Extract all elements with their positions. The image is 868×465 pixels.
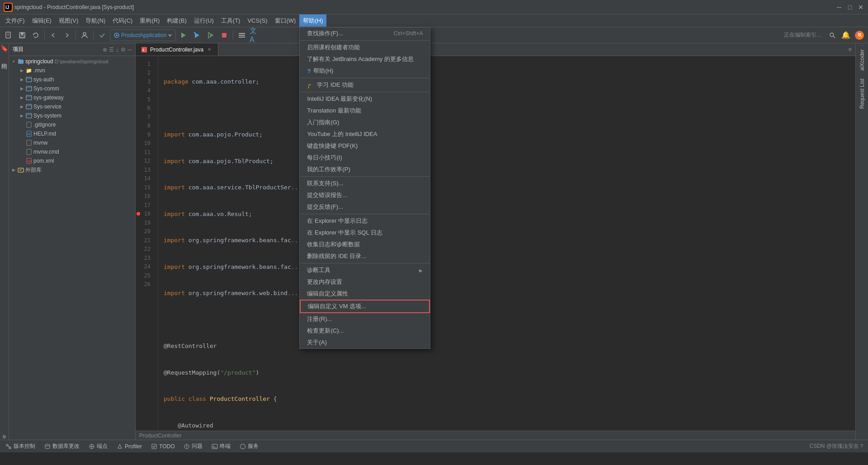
run-button[interactable] [178, 29, 189, 41]
problems-status[interactable]: 问题 [182, 442, 204, 450]
locate-icon[interactable]: ⊕ [103, 47, 107, 53]
search-everywhere-button[interactable] [826, 29, 838, 41]
request-list-panel[interactable]: Request List [859, 75, 865, 113]
menu-submit-feedback[interactable]: 提交反馈(F)... [300, 201, 430, 213]
menu-build[interactable]: 构建(B) [163, 14, 190, 27]
menu-navigate[interactable]: 导航(N) [82, 14, 109, 27]
translate-button[interactable]: 文A [250, 29, 261, 41]
menu-translation-new[interactable]: Translation 最新功能 [300, 105, 430, 117]
stop-button[interactable] [218, 29, 230, 41]
tree-root[interactable]: ▾ springcloud D:\javalianxi\springcloud [9, 57, 135, 66]
menu-vcs[interactable]: VCS(S) [244, 14, 271, 27]
project-panel-header: 项目 ⊕ ☰ ⟂ ⚙ ─ [9, 43, 135, 56]
debug-button[interactable] [191, 29, 203, 41]
menu-youtube[interactable]: YouTube 上的 IntelliJ IDEA [300, 128, 430, 140]
tree-item-sys-comm[interactable]: ▶ Sys-comm [9, 84, 135, 93]
aixcoder-panel[interactable]: aiXcoder [859, 45, 865, 74]
run-with-coverage-button[interactable] [205, 29, 217, 41]
endpoints-status[interactable]: 端点 [87, 442, 109, 450]
menu-about[interactable]: 关于(A) [300, 337, 430, 348]
menu-help[interactable]: 帮助(H) 查找操作(F)... Ctrl+Shift+A 启用课程创建者功能 … [299, 14, 326, 27]
menu-productivity[interactable]: 我的工作效率(P) [300, 164, 430, 175]
menu-getting-started[interactable]: 入门指南(G) [300, 117, 430, 128]
tree-item-sys-gateway[interactable]: ▶ sys-gateway [9, 93, 135, 102]
new-file-button[interactable] [3, 29, 14, 41]
minimize-button[interactable]: ─ [835, 4, 843, 11]
git-checkmark-button[interactable] [96, 29, 108, 41]
menu-submit-bug[interactable]: 提交错误报告... [300, 189, 430, 201]
menu-code[interactable]: 代码(C) [109, 14, 136, 27]
tab-more-button[interactable]: ≡ [844, 43, 855, 56]
tree-item-mvn[interactable]: ▶ 📁 .mvn [9, 66, 135, 75]
code-content[interactable]: package com.aaa.controller; import com.a… [158, 56, 855, 431]
menu-keymap-pdf[interactable]: 键盘快捷键 PDF(K) [300, 140, 430, 152]
menu-collect-logs[interactable]: 收集日志和诊断数据 [300, 239, 430, 250]
menu-edit-custom-vm[interactable]: 编辑自定义 VM 选项... [300, 300, 430, 313]
svg-rect-6 [21, 33, 24, 35]
forward-button[interactable] [61, 29, 73, 41]
menu-tools[interactable]: 工具(T) [217, 14, 244, 27]
services-status[interactable]: 服务 [238, 442, 260, 450]
version-control-label: 版本控制 [14, 442, 35, 450]
menu-file[interactable]: 文件(F) [2, 14, 28, 27]
sync-button[interactable] [30, 29, 42, 41]
menu-help-item[interactable]: ? 帮助(H) [300, 65, 430, 77]
menu-edit-custom-properties[interactable]: 编辑自定义属性 [300, 288, 430, 300]
menu-run[interactable]: 运行(U) [190, 14, 217, 27]
save-button[interactable] [16, 29, 28, 41]
tree-item-mvnw-cmd[interactable]: mvnw.cmd [9, 147, 135, 156]
maximize-button[interactable]: □ [846, 4, 854, 11]
close-panel-icon[interactable]: ─ [127, 47, 132, 53]
menu-learn-ide[interactable]: 🎓 学习 IDE 功能 [300, 79, 430, 91]
tree-item-mvnw[interactable]: mvnw [9, 138, 135, 147]
submenu-arrow: ▶ [419, 268, 423, 273]
tab-product-controller[interactable]: J ProductController.java ✕ [136, 43, 218, 56]
menu-find-action[interactable]: 查找操作(F)... Ctrl+Shift+A [300, 28, 430, 39]
scope-icon[interactable]: ☰ [109, 47, 114, 53]
menu-tip-of-day[interactable]: 每日小技巧(I) [300, 152, 430, 164]
structure-icon[interactable]: 结构 [1, 55, 8, 61]
tree-item-sys-system[interactable]: ▶ Sys-system [9, 111, 135, 120]
menu-register[interactable]: 注册(R)... [300, 313, 430, 325]
version-control-status[interactable]: 版本控制 [4, 442, 37, 450]
menu-delete-leftover-dirs[interactable]: 删除残留的 IDE 目录... [300, 250, 430, 262]
menu-show-log[interactable]: 在 Explorer 中显示日志 [300, 215, 430, 227]
bookmark-icon[interactable]: 🔖 [1, 45, 8, 52]
db-migration-status[interactable]: 数据库更改 [42, 442, 81, 450]
menu-change-memory[interactable]: 更改内存设置 [300, 276, 430, 288]
menu-enable-course-creator[interactable]: 启用课程创建者功能 [300, 42, 430, 53]
toolbar: ProductApplication 文A 正在编制索引... 🔔 玫 [0, 27, 868, 43]
menu-whats-new[interactable]: IntelliJ IDEA 最新变化(N) [300, 93, 430, 105]
settings-panel-icon[interactable]: ⚙ [121, 47, 126, 53]
collapse-all-icon[interactable]: ⟂ [116, 47, 119, 53]
tree-item-gitignore[interactable]: .gitignore [9, 120, 135, 129]
notifications-button[interactable]: 🔔 [840, 29, 852, 41]
menu-view[interactable]: 视图(V) [55, 14, 82, 27]
menu-window[interactable]: 窗口(W) [271, 14, 300, 27]
avatar-button[interactable]: 玫 [854, 29, 865, 41]
tree-item-external-libs[interactable]: ▶ 外部库 [9, 165, 135, 174]
run-config-manager-button[interactable] [236, 29, 248, 41]
user-button[interactable] [79, 29, 90, 41]
profiler-status[interactable]: Profiler [115, 443, 144, 450]
tab-close-button[interactable]: ✕ [206, 47, 212, 53]
tree-arrow-ext-libs: ▶ [10, 166, 17, 174]
menu-diagnostic-tools[interactable]: 诊断工具 ▶ [300, 264, 430, 276]
menu-show-sql-log[interactable]: 在 Explorer 中显示 SQL 日志 [300, 227, 430, 239]
terminal-status[interactable]: 终端 [210, 442, 232, 450]
tree-item-help-md[interactable]: M HELP.md [9, 129, 135, 138]
back-button[interactable] [47, 29, 59, 41]
todo-status[interactable]: TODO [149, 443, 176, 450]
tree-item-sys-service[interactable]: ▶ Sys-service [9, 102, 135, 111]
menu-jetbrains-academy[interactable]: 了解有关 JetBrains Academy 的更多信息 [300, 53, 430, 65]
run-configuration-dropdown[interactable]: ProductApplication [110, 29, 176, 41]
menu-refactor[interactable]: 重构(R) [136, 14, 163, 27]
tree-item-sys-auth[interactable]: ▶ sys-auth [9, 75, 135, 84]
tree-item-pom-xml[interactable]: XML pom.xml [9, 156, 135, 165]
menu-edit[interactable]: 编辑(E) [28, 14, 55, 27]
menu-contact-support[interactable]: 联系支持(S)... [300, 178, 430, 189]
menu-check-updates[interactable]: 检查更新(C)... [300, 325, 430, 337]
settings-icon[interactable]: ⚙ [1, 433, 8, 440]
close-button[interactable]: ✕ [857, 4, 864, 11]
line-num-19: 19 [136, 218, 154, 227]
